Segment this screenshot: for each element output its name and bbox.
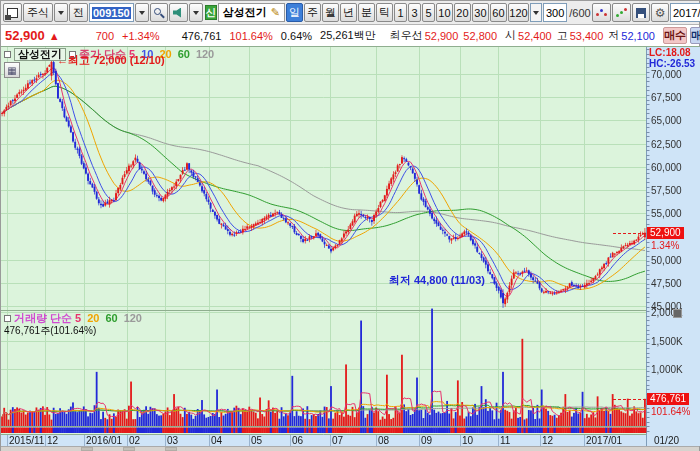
- sound-button[interactable]: [169, 3, 188, 22]
- annotation-high: ←최고 72,000 (12/10): [57, 55, 165, 66]
- stock-checkbox[interactable]: [4, 51, 11, 58]
- annotation-low: 최저 44,800 (11/03) →: [386, 275, 499, 286]
- minute-button-5[interactable]: 5: [422, 3, 435, 22]
- volume-readout: 476,761주(101.64%): [4, 325, 96, 336]
- period-button-월[interactable]: 월: [322, 3, 339, 22]
- code-dropdown[interactable]: [135, 3, 149, 22]
- x-axis-label-08: 08: [378, 435, 389, 446]
- x-axis-label-01-20: 01/20: [654, 435, 679, 446]
- trend-icon: [616, 8, 627, 18]
- volume-pane-icon[interactable]: [673, 309, 682, 318]
- chevron-down-icon: [58, 11, 64, 15]
- best-quote-label: 최우선: [390, 28, 423, 43]
- minute-button-120[interactable]: 120: [508, 3, 529, 22]
- period-button-일[interactable]: 일: [286, 3, 303, 22]
- bottom-icon: [81, 447, 93, 451]
- trade-amount: 25,261백만: [320, 28, 376, 43]
- high-label: 고: [557, 28, 568, 43]
- x-axis-label-07: 07: [332, 435, 343, 446]
- minute-button-30[interactable]: 30: [472, 3, 489, 22]
- instrument-type-button[interactable]: 주식: [23, 3, 53, 22]
- minute-button-60[interactable]: 60: [490, 3, 507, 22]
- price-tick-55000: 55,000: [651, 208, 682, 219]
- minute-button-1[interactable]: 1: [394, 3, 407, 22]
- current-volume-badge: 476,761: [647, 393, 689, 405]
- low-price: 52,100: [621, 30, 655, 42]
- minute-button-20[interactable]: 20: [454, 3, 471, 22]
- high-price: 53,400: [570, 30, 604, 42]
- x-axis-label-11: 11: [500, 435, 510, 446]
- current-price: 52,900: [5, 28, 45, 43]
- compare-chart-button[interactable]: [592, 3, 611, 22]
- window-icon: [7, 8, 18, 18]
- date-input[interactable]: 2017/01/20: [670, 3, 700, 22]
- minute-button-10[interactable]: 10: [436, 3, 453, 22]
- settings-button[interactable]: ⚙: [651, 3, 670, 22]
- scatter-icon: [596, 8, 607, 18]
- stock-code-input[interactable]: 009150: [89, 3, 134, 22]
- volume-ma-60: 60: [105, 313, 117, 324]
- price-volume-chart[interactable]: [1, 47, 700, 446]
- interval-dropdown[interactable]: [530, 3, 542, 22]
- save-button[interactable]: [632, 3, 650, 22]
- save-icon: [636, 8, 646, 18]
- x-axis-label-10: 10: [462, 435, 473, 446]
- volume-ratio: 101.64%: [229, 30, 272, 42]
- x-axis-label-2017-01: 2017/01: [586, 435, 622, 446]
- current-price-badge: 52,900: [647, 227, 684, 239]
- open-price: 52,400: [518, 30, 552, 42]
- gear-icon: ⚙: [655, 6, 666, 20]
- period-button-group: 일주월년분틱: [286, 3, 394, 22]
- period-button-틱[interactable]: 틱: [376, 3, 393, 22]
- volume-tick-1000: 1,000K: [651, 364, 683, 375]
- price-ma-120: 120: [196, 49, 214, 60]
- volume-checkbox[interactable]: [4, 315, 11, 322]
- search-icon: [154, 8, 164, 18]
- price-tick-60000: 60,000: [651, 162, 682, 173]
- x-axis-label-09: 09: [421, 435, 432, 446]
- legend-volume-simple: 단순: [50, 313, 72, 324]
- stock-name: 삼성전기: [223, 5, 267, 20]
- minute-button-3[interactable]: 3: [408, 3, 421, 22]
- line-chart-button[interactable]: [612, 3, 631, 22]
- instrument-type-dropdown[interactable]: [54, 3, 68, 22]
- sound-dropdown[interactable]: [189, 3, 203, 22]
- x-axis-label-04: 04: [211, 435, 222, 446]
- new-stock-badge: 신: [205, 5, 217, 20]
- sell-button[interactable]: 매도: [690, 27, 700, 44]
- search-button[interactable]: [150, 3, 168, 22]
- volume-tick-1500: 1,500K: [651, 336, 683, 347]
- x-axis-label-12: 12: [47, 435, 58, 446]
- volume-value: 476,761: [182, 30, 222, 42]
- chevron-down-icon: [193, 11, 199, 15]
- window-switch-button[interactable]: [3, 3, 22, 22]
- x-axis-label-2016-01: 2016/01: [86, 435, 122, 446]
- period-button-주[interactable]: 주: [304, 3, 321, 22]
- chart-grid-button[interactable]: ▦: [4, 62, 20, 78]
- low-label: 저: [608, 28, 619, 43]
- price-tick-67500: 67,500: [651, 92, 682, 103]
- volume-ma-120: 120: [124, 313, 142, 324]
- bar-count-total: /600: [569, 7, 590, 19]
- best-ask: 52,900: [425, 30, 459, 42]
- x-axis-label-05: 05: [251, 435, 262, 446]
- stock-name-field[interactable]: 삼성전기✎: [218, 3, 285, 22]
- turnover-pct: 0.64%: [281, 30, 312, 42]
- x-axis-label-02: 02: [129, 435, 140, 446]
- minute-button-group: 13510203060120: [394, 3, 530, 22]
- period-button-분[interactable]: 분: [358, 3, 375, 22]
- jeon-button[interactable]: 전: [69, 3, 88, 22]
- buy-button[interactable]: 매수: [663, 27, 687, 44]
- price-tick-65000: 65,000: [651, 115, 682, 126]
- price-tick-70000: 70,000: [651, 69, 682, 80]
- x-axis-label-06: 06: [292, 435, 303, 446]
- volume-legend: 거래량 단순 52060120: [4, 313, 142, 324]
- current-volume-pct: 101.64%: [651, 406, 690, 417]
- bar-count-input[interactable]: 300: [543, 3, 567, 22]
- price-tick-50000: 50,000: [651, 255, 682, 266]
- bottom-icon: [123, 447, 135, 451]
- period-button-년[interactable]: 년: [340, 3, 357, 22]
- up-arrow-icon: ▲: [49, 30, 60, 42]
- lc-label: LC:18.08: [649, 47, 691, 58]
- pencil-icon: ✎: [271, 6, 280, 19]
